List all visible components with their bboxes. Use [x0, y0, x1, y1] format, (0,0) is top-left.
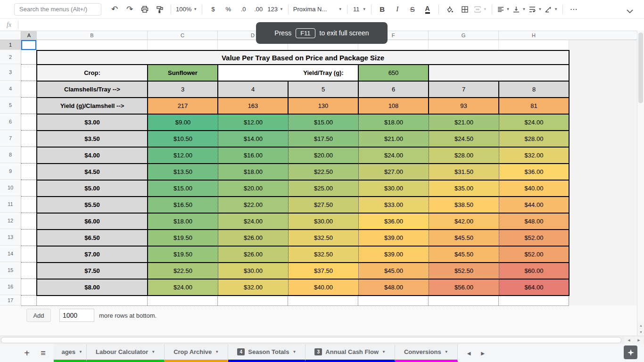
value-cell[interactable]: $28.00 [429, 148, 499, 164]
scroll-down-button[interactable]: ▼ [637, 329, 644, 335]
value-cell[interactable]: $26.00 [218, 247, 289, 263]
table-title-cell[interactable]: Value Per Tray Based on Price and Packag… [37, 51, 569, 65]
clamshells-per-tray-cell[interactable]: 8 [499, 82, 569, 98]
sheet-tab-season-totals[interactable]: 4Season Totals▼ [228, 344, 305, 362]
value-cell[interactable]: $60.00 [499, 263, 569, 280]
row-header-5[interactable]: 5 [0, 97, 21, 114]
value-cell[interactable]: $22.00 [218, 197, 289, 214]
value-cell[interactable]: $21.00 [429, 115, 499, 131]
value-cell[interactable]: $39.00 [359, 247, 429, 263]
value-cell[interactable]: $45.00 [359, 263, 429, 280]
column-header-b[interactable]: B [36, 31, 147, 40]
value-cell[interactable]: $14.00 [218, 131, 289, 148]
sheet-tab-ages[interactable]: ages▼ [54, 344, 87, 362]
value-cell[interactable]: $31.50 [429, 164, 499, 181]
explore-button[interactable] [624, 346, 637, 359]
price-cell[interactable]: $4.50 [37, 164, 148, 181]
value-cell[interactable]: $24.00 [359, 148, 429, 164]
format-currency-button[interactable]: $ [206, 3, 221, 16]
row-header-17[interactable]: 17 [0, 295, 21, 305]
yield-per-tray-value-cell[interactable]: 650 [359, 65, 429, 82]
value-cell[interactable]: $22.50 [289, 164, 359, 181]
clamshells-per-tray-cell[interactable]: 4 [218, 82, 289, 98]
value-cell[interactable]: $36.00 [499, 164, 569, 181]
add-rows-count-input[interactable] [59, 309, 94, 322]
value-cell[interactable]: $40.00 [289, 280, 359, 295]
value-cell[interactable]: $18.00 [218, 164, 289, 181]
value-cell[interactable]: $24.00 [499, 115, 569, 131]
text-wrap-button[interactable]: ▼ [527, 3, 543, 16]
price-cell[interactable]: $6.00 [37, 214, 148, 230]
value-cell[interactable]: $10.50 [148, 131, 218, 148]
value-cell[interactable]: $20.00 [289, 148, 359, 164]
price-cell[interactable]: $3.00 [37, 115, 148, 131]
value-cell[interactable]: $24.50 [429, 131, 499, 148]
vertical-align-button[interactable]: ▼ [511, 3, 527, 16]
collapse-toolbar-button[interactable] [622, 5, 637, 18]
add-rows-button[interactable]: Add [26, 309, 51, 322]
value-cell[interactable]: $45.50 [429, 230, 499, 247]
add-sheet-button[interactable]: + [19, 344, 35, 362]
more-options-button[interactable]: ⋯ [566, 3, 581, 16]
clamshells-per-tray-cell[interactable]: 6 [359, 82, 429, 98]
selected-cell-a1[interactable] [21, 40, 36, 50]
menu-search-input[interactable] [14, 3, 101, 16]
text-color-button[interactable]: A [420, 3, 435, 16]
value-cell[interactable]: $13.50 [148, 164, 218, 181]
row-header-10[interactable]: 10 [0, 180, 21, 196]
redo-button[interactable]: ↷ [122, 3, 137, 16]
select-all-corner[interactable] [0, 31, 21, 40]
value-cell[interactable]: $35.00 [429, 181, 499, 197]
value-cell[interactable]: $9.00 [148, 115, 218, 131]
crop-value-cell[interactable]: Sunflower [148, 65, 218, 82]
value-cell[interactable]: $27.50 [289, 197, 359, 214]
value-cell[interactable]: $42.00 [429, 214, 499, 230]
value-cell[interactable]: $19.50 [148, 230, 218, 247]
value-cell[interactable]: $16.50 [148, 197, 218, 214]
horizontal-scrollbar-thumb[interactable] [1, 337, 621, 343]
value-cell[interactable]: $21.00 [359, 131, 429, 148]
strikethrough-button[interactable]: S [405, 3, 420, 16]
value-cell[interactable]: $45.50 [429, 247, 499, 263]
font-family-select[interactable]: Proxima N...▼ [292, 3, 344, 16]
value-cell[interactable]: $40.00 [499, 181, 569, 197]
clamshells-per-tray-label-cell[interactable]: Clamshells/Tray --> [37, 82, 148, 98]
value-cell[interactable]: $16.00 [218, 148, 289, 164]
value-cell[interactable]: $30.00 [289, 214, 359, 230]
value-cell[interactable]: $52.50 [429, 263, 499, 280]
paint-format-button[interactable] [152, 3, 167, 16]
row-header-12[interactable]: 12 [0, 213, 21, 229]
sheet-tab-annual-cash-flow[interactable]: 3Annual Cash Flow▼ [305, 344, 395, 362]
value-cell[interactable]: $39.00 [359, 230, 429, 247]
font-size-select[interactable]: 11▼ [351, 3, 368, 16]
sheet-tab-conversions[interactable]: Conversions▼ [395, 344, 458, 362]
undo-button[interactable]: ↶ [107, 3, 122, 16]
row-header-8[interactable]: 8 [0, 147, 21, 163]
price-cell[interactable]: $7.50 [37, 263, 148, 280]
horizontal-scrollbar[interactable]: ◀ ▶ [0, 336, 644, 344]
tabs-scroll-right-icon[interactable]: ▶ [479, 349, 487, 358]
scroll-up-button[interactable]: ▲ [637, 322, 644, 329]
vertical-scrollbar[interactable]: ▲ ▼ [637, 31, 644, 336]
price-cell[interactable]: $6.50 [37, 230, 148, 247]
price-cell[interactable]: $4.00 [37, 148, 148, 164]
fill-color-button[interactable] [442, 3, 457, 16]
decrease-decimal-button[interactable]: .0 [236, 3, 251, 16]
value-cell[interactable]: $52.00 [499, 230, 569, 247]
row-header-3[interactable]: 3 [0, 64, 21, 81]
row-header-16[interactable]: 16 [0, 279, 21, 295]
value-cell[interactable]: $24.00 [148, 280, 218, 295]
yield-per-clamshell-cell[interactable]: 217 [148, 98, 218, 115]
empty-cell[interactable] [429, 65, 569, 82]
number-format-button[interactable]: 123▼ [266, 3, 285, 16]
sheet-tab-labour-calculator[interactable]: Labour Calculator▼ [87, 344, 165, 362]
yield-per-clamshell-cell[interactable]: 130 [289, 98, 359, 115]
yield-per-clamshell-cell[interactable]: 81 [499, 98, 569, 115]
value-cell[interactable]: $27.00 [359, 164, 429, 181]
vertical-scrollbar-thumb[interactable] [638, 33, 643, 103]
print-button[interactable] [137, 3, 152, 16]
format-percent-button[interactable]: % [221, 3, 236, 16]
value-cell[interactable]: $32.50 [289, 247, 359, 263]
value-cell[interactable]: $19.50 [148, 247, 218, 263]
value-cell[interactable]: $48.00 [499, 214, 569, 230]
